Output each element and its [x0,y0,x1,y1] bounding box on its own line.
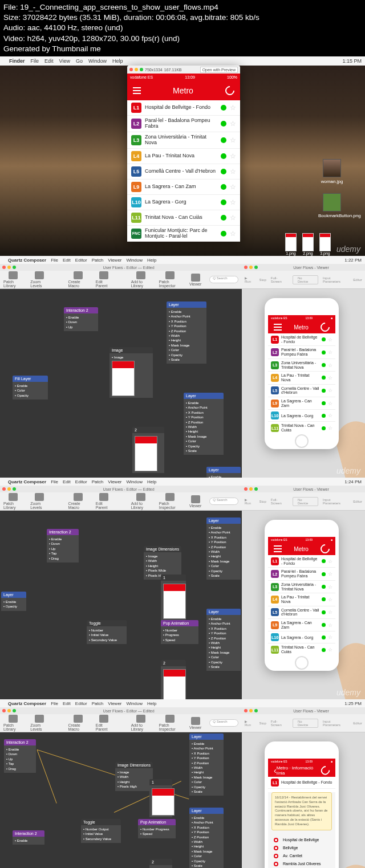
star-icon[interactable]: ☆ [328,584,332,590]
hamburger-icon[interactable] [274,324,282,331]
home-button[interactable] [295,656,309,670]
desktop-file-woman[interactable]: woman.jpg [318,159,346,184]
star-icon[interactable]: ☆ [328,362,332,368]
tb-patch-inspector[interactable]: Patch Inspector [159,271,181,288]
menu-file[interactable]: File [51,258,58,263]
patch-node[interactable]: 2 [131,426,165,474]
tb-edit-parent[interactable]: Edit Parent [96,715,112,731]
desktop-file-1png[interactable]: 1.png [285,233,297,255]
patch-node[interactable]: Layer• Enable• Anchor Point [205,466,242,478]
star-icon[interactable]: ☆ [328,609,332,615]
star-icon[interactable]: ☆ [230,136,236,144]
menu-editor[interactable]: Editor [75,479,87,484]
tb-add-library[interactable]: Add to Library [131,493,151,510]
close-icon[interactable] [129,68,133,71]
tb-viewer[interactable]: Viewer [189,717,201,730]
menu-patch[interactable]: Patch [92,258,103,263]
patch-node[interactable]: Layer• Enable• Anchor Point• X Position•… [205,608,242,672]
zoom-icon[interactable] [13,709,16,712]
tb-zoom[interactable]: Zoom Levels [30,715,48,731]
patch-node[interactable]: Layer• Enable• Anchor Point• X Position•… [165,300,208,365]
menu-viewer[interactable]: Viewer [108,479,121,484]
menu-window[interactable]: Window [127,258,143,263]
star-icon[interactable]: ☆ [230,120,236,128]
toolbar-search[interactable]: Q Search [209,498,238,505]
stop-item[interactable]: Bellvitge [274,844,330,852]
refresh-icon[interactable] [224,84,237,97]
patch-node[interactable]: Pop Animation• Number• Progress• Speed [160,619,200,645]
star-icon[interactable]: ☆ [230,104,236,112]
tb-run[interactable]: ▶ Run [245,276,254,283]
menu-edit[interactable]: Edit [63,479,71,484]
metro-row[interactable]: L11Trinitat Nova - Can Cuiàs☆ [127,210,240,226]
tb-create-macro[interactable]: Create Macro [68,715,88,731]
zoom-icon[interactable] [13,487,16,491]
tb-run[interactable]: ▶ Run [245,498,254,505]
refresh-icon[interactable] [319,543,332,556]
metro-row[interactable]: L2Paral·lel - Badalona Pompeu Fabra☆ [268,568,335,580]
metro-row[interactable]: L9La Sagrera - Can Zam☆ [268,397,335,410]
patch-node[interactable]: Layer• Enable• Anchor Point• X Position•… [188,806,225,868]
patch-node[interactable]: 2 [148,858,173,868]
metro-row[interactable]: L10La Sagrera - Gorg☆ [268,631,335,643]
metro-row[interactable]: L3Zona Universitària - Trinitat Nova☆ [127,132,240,149]
metro-row[interactable]: L11Trinitat Nova - Can Cuiàs☆ [268,422,335,432]
star-icon[interactable]: ☆ [328,388,332,393]
patch-node[interactable]: 2 [160,659,187,699]
minimize-icon[interactable] [249,266,253,269]
menu-help[interactable]: Help [112,58,123,64]
star-icon[interactable]: ☆ [328,349,332,355]
star-icon[interactable]: ☆ [328,401,332,406]
tb-input-params[interactable]: Input Parameters [323,276,348,283]
tb-add-library[interactable]: Add to Library [131,271,151,288]
patch-node[interactable]: Layer• Enable• Anchor Point• X Position•… [188,732,225,797]
menu-go[interactable]: Go [76,58,83,64]
metro-row[interactable]: L1Hospital de Bellvitge - Fondo☆ [268,333,335,346]
menu-help[interactable]: Help [147,701,156,706]
tb-patch-inspector[interactable]: Patch Inspector [159,493,181,510]
patch-node[interactable]: Toggle• Number• Initial Value• Secondary… [86,619,128,645]
menu-edit[interactable]: Edit [63,258,71,263]
tb-edit-parent[interactable]: Edit Parent [96,271,112,288]
tb-stop[interactable]: Stop [259,500,266,503]
menubar-app[interactable]: Quartz Composer [8,258,46,263]
tb-edit-parent[interactable]: Edit Parent [96,493,112,510]
metro-row[interactable]: L3Zona Universitària - Trinitat Nova☆ [268,359,335,372]
metro-row[interactable]: L1Hospital de Bellvitge - Fondo☆ [127,100,240,116]
metro-row[interactable]: L10La Sagrera - Gorg☆ [127,195,240,210]
tb-patch-library[interactable]: Patch Library [3,493,22,510]
tb-fullscreen[interactable]: Full-Screen [271,498,288,505]
tb-patch-library[interactable]: Patch Library [3,715,22,731]
zoom-icon[interactable] [13,266,16,269]
menubar-app[interactable]: Finder [9,58,25,64]
tb-patch-library[interactable]: Patch Library [3,271,22,288]
device-select[interactable]: No Device [293,497,318,506]
menu-editor[interactable]: Editor [75,701,87,706]
close-icon[interactable] [2,487,6,491]
star-icon[interactable]: ☆ [328,634,332,640]
star-icon[interactable]: ☆ [230,183,236,191]
device-select[interactable]: No Device [293,275,318,284]
stop-item[interactable]: Av. Carrilet [274,852,330,860]
menu-window[interactable]: Window [127,479,143,484]
close-icon[interactable] [2,709,6,712]
tb-patch-inspector[interactable]: Patch Inspector [159,715,181,731]
desktop-file-2png[interactable]: 2.png [302,233,314,255]
device-select[interactable]: No Device [293,719,318,728]
tb-fullscreen[interactable]: Full-Screen [271,720,288,727]
star-icon[interactable]: ☆ [328,425,332,431]
star-icon[interactable]: ☆ [328,375,332,381]
menu-window[interactable]: Window [127,701,143,706]
patch-node[interactable]: Layer• Enable• Anchor Point• X Position•… [182,392,225,456]
minimize-icon[interactable] [7,487,11,491]
menu-viewer[interactable]: Viewer [108,258,121,263]
patch-node[interactable]: Toggle• Number Output• Initial Value• Se… [80,818,122,844]
minimize-icon[interactable] [249,487,253,491]
menu-edit[interactable]: Edit [63,701,71,706]
tb-create-macro[interactable]: Create Macro [68,493,88,510]
patch-node[interactable]: Interaction 2• Enable• Down• Up• Tap• Dr… [46,528,80,564]
menu-file[interactable]: File [31,58,39,64]
editor-canvas[interactable]: Interaction 2• Enable• Down• UpLayer• En… [0,289,242,478]
stop-item[interactable]: Rambla Just Oliveres [274,860,330,868]
tb-zoom[interactable]: Zoom Levels [30,271,48,288]
